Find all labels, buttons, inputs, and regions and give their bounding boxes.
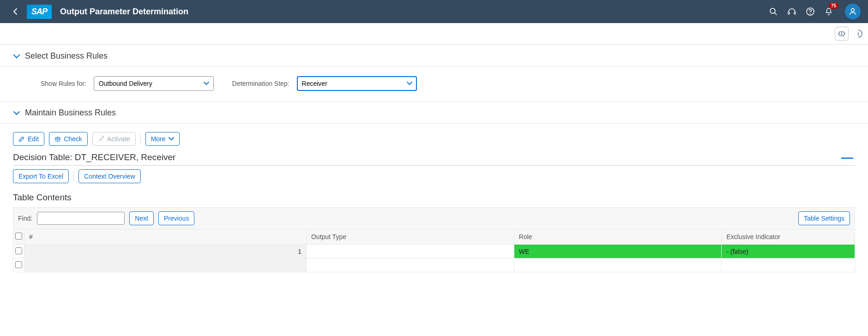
row-role-cell[interactable]: WE (514, 245, 722, 258)
find-label: Find: (18, 215, 32, 222)
context-overview-label: Context Overview (84, 173, 135, 180)
row-select-cell (13, 258, 24, 272)
collapse-panels-button[interactable] (835, 27, 849, 41)
row-exclusive-indicator-cell[interactable] (722, 258, 855, 272)
check-button[interactable]: Check (49, 132, 88, 146)
determination-step-select-wrap: Receiver (297, 76, 417, 91)
show-rules-for-select-wrap: Outbound Delivery (94, 76, 214, 91)
row-num-cell[interactable] (24, 258, 307, 272)
determination-step-label: Determination Step: (232, 80, 289, 87)
sap-logo: SAP (27, 5, 52, 19)
divider (73, 171, 74, 181)
info-half-icon (854, 30, 862, 38)
notifications-button[interactable]: 75 (824, 6, 834, 17)
maintain-business-rules-section: Maintain Business Rules Edit Check Activ… (0, 102, 868, 280)
col-exclusive-indicator-header[interactable]: Exclusive Indicator (722, 229, 855, 245)
table-settings-button[interactable]: Table Settings (798, 211, 850, 225)
collapse-panel-button[interactable]: — (841, 154, 855, 161)
wand-icon (98, 136, 104, 142)
user-avatar[interactable] (845, 4, 861, 19)
svg-point-0 (770, 8, 775, 13)
export-to-excel-label: Export To Excel (18, 173, 63, 180)
chevron-down-icon (169, 137, 174, 141)
table-contents-title: Table Contents (13, 190, 855, 207)
table-settings-label: Table Settings (804, 215, 844, 222)
edit-button[interactable]: Edit (13, 132, 44, 146)
notification-badge: 75 (829, 3, 838, 9)
scales-icon (54, 136, 61, 142)
chevron-down-icon (13, 53, 20, 60)
find-previous-button[interactable]: Previous (158, 211, 194, 225)
section-title: Maintain Business Rules (25, 108, 116, 118)
chevron-down-icon (13, 110, 20, 116)
determination-step-group: Determination Step: Receiver (232, 76, 417, 91)
support-button[interactable] (787, 6, 797, 17)
search-icon (769, 7, 778, 16)
rules-toolbar: Edit Check Activate More (13, 132, 855, 150)
more-button-label: More (151, 135, 166, 143)
svg-line-1 (775, 13, 777, 15)
search-button[interactable] (768, 6, 778, 17)
col-output-type-header[interactable]: Output Type (306, 229, 514, 245)
pencil-icon (18, 136, 25, 142)
find-next-button[interactable]: Next (129, 211, 154, 225)
activate-button: Activate (92, 132, 136, 146)
edit-button-label: Edit (28, 135, 39, 143)
row-exclusive-indicator-cell[interactable]: - (false) (722, 245, 855, 258)
find-input[interactable] (37, 212, 125, 225)
decision-table-title-row: Decision Table: DT_RECEIVER, Receiver — (13, 150, 855, 166)
row-output-type-cell[interactable] (306, 245, 514, 258)
person-icon (848, 7, 857, 16)
decision-table-toolbar: Export To Excel Context Overview (13, 169, 855, 190)
svg-rect-3 (794, 12, 796, 14)
svg-point-8 (858, 32, 859, 33)
back-button[interactable] (7, 5, 23, 18)
export-to-excel-button[interactable]: Export To Excel (13, 169, 69, 183)
more-button[interactable]: More (145, 132, 180, 146)
svg-rect-2 (788, 12, 790, 14)
find-bar: Find: Next Previous Table Settings (13, 207, 855, 229)
find-previous-label: Previous (164, 215, 189, 222)
determination-step-select[interactable]: Receiver (297, 76, 417, 91)
select-business-rules-header[interactable]: Select Business Rules (0, 45, 868, 66)
select-all-checkbox[interactable] (15, 233, 22, 240)
show-rules-for-group: Show Rules for: Outbound Delivery (41, 76, 214, 91)
show-rules-for-label: Show Rules for: (41, 80, 86, 87)
row-select-cell (13, 245, 24, 258)
page-title: Output Parameter Determination (60, 7, 768, 17)
decision-table-title: Decision Table: DT_RECEIVER, Receiver (13, 152, 175, 162)
show-rules-for-select[interactable]: Outbound Delivery (94, 76, 214, 91)
check-button-label: Check (64, 135, 82, 143)
decision-table: # Output Type Role Exclusive Indicator 1… (13, 229, 855, 272)
row-checkbox[interactable] (15, 261, 22, 268)
divider (140, 134, 141, 144)
table-header-row: # Output Type Role Exclusive Indicator (13, 229, 855, 245)
table-row: 1 WE - (false) (13, 245, 855, 258)
row-role-cell[interactable] (514, 258, 722, 272)
context-overview-button[interactable]: Context Overview (78, 169, 140, 183)
header-icons: 75 (768, 4, 861, 19)
select-all-header (13, 229, 24, 245)
find-next-label: Next (135, 215, 148, 222)
row-output-type-cell[interactable] (306, 258, 514, 272)
table-row (13, 258, 855, 272)
maintain-business-rules-header[interactable]: Maintain Business Rules (0, 102, 868, 123)
select-business-rules-body: Show Rules for: Outbound Delivery Determ… (0, 66, 868, 101)
activate-button-label: Activate (107, 135, 130, 143)
page-actions-bar (0, 23, 868, 44)
info-button[interactable] (851, 27, 865, 41)
section-title: Select Business Rules (25, 51, 108, 61)
svg-point-6 (851, 9, 855, 12)
svg-point-5 (810, 13, 811, 14)
collapse-icon (838, 30, 845, 37)
row-checkbox[interactable] (15, 247, 22, 254)
headset-icon (787, 7, 796, 16)
chevron-left-icon (12, 8, 18, 15)
app-header: SAP Output Parameter Determination 75 (0, 0, 868, 23)
col-num-header[interactable]: # (24, 229, 307, 245)
col-role-header[interactable]: Role (514, 229, 722, 245)
filter-fields: Show Rules for: Outbound Delivery Determ… (13, 74, 855, 94)
row-num-cell[interactable]: 1 (24, 245, 307, 258)
help-button[interactable] (805, 6, 815, 17)
maintain-business-rules-body: Edit Check Activate More Decision Table:… (0, 123, 868, 280)
